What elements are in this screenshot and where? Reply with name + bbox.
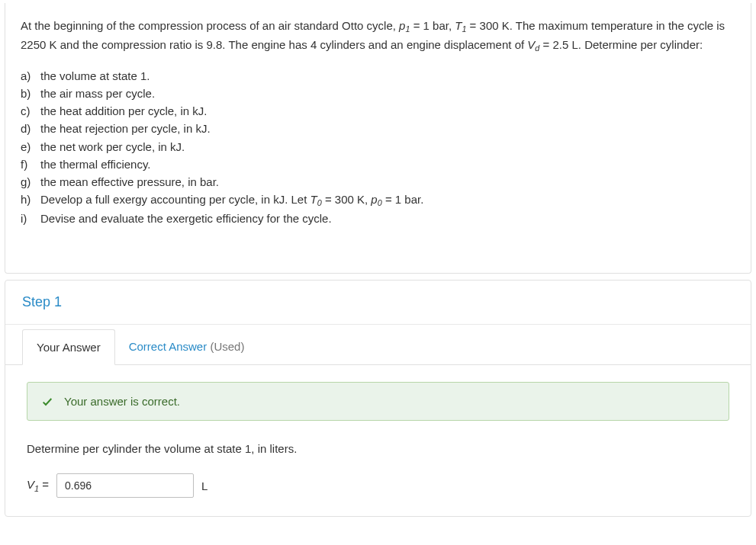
item-label: h) [21, 191, 40, 210]
item-label: c) [21, 102, 40, 120]
list-item: e)the net work per cycle, in kJ. [21, 138, 735, 155]
item-label: g) [21, 173, 40, 191]
list-item: i)Devise and evaluate the exergetic effi… [21, 210, 735, 227]
answer-unit: L [201, 479, 207, 492]
question-panel: At the beginning of the compression proc… [5, 3, 751, 274]
item-text: the mean effective pressure, in bar. [40, 173, 219, 191]
item-text: the volume at state 1. [40, 67, 150, 85]
item-text: the thermal efficiency. [40, 155, 151, 173]
answer-eq: = [39, 478, 49, 491]
list-item: a)the volume at state 1. [21, 67, 735, 85]
intro-text: At the beginning of the compression proc… [21, 19, 399, 32]
step-title: Step 1 [5, 281, 751, 325]
item-label: f) [21, 155, 40, 173]
list-item: g)the mean effective pressure, in bar. [21, 173, 735, 191]
item-text: the heat addition per cycle, in kJ. [40, 102, 207, 120]
p0-val: = 1 bar. [382, 193, 424, 206]
item-label: d) [21, 120, 40, 137]
tabs: Your Answer Correct Answer (Used) [5, 329, 751, 365]
item-text: the heat rejection per cycle, in kJ. [40, 120, 211, 137]
item-label: e) [21, 138, 40, 155]
item-label: a) [21, 67, 40, 85]
vd-var: V [527, 38, 535, 51]
item-text: Devise and evaluate the exergetic effici… [40, 210, 332, 227]
feedback-text: Your answer is correct. [64, 395, 180, 408]
item-label: i) [21, 210, 40, 227]
p0-var: p [371, 193, 377, 206]
item-label: b) [21, 85, 40, 102]
answer-row: V1 = L [27, 473, 729, 498]
tab-your-answer[interactable]: Your Answer [22, 329, 115, 365]
ih-pre: Develop a full exergy accounting per cyc… [40, 193, 310, 206]
t0-val: = 300 K, [322, 193, 372, 206]
tab-body: Your answer is correct. Determine per cy… [5, 365, 751, 516]
list-item: h) Develop a full exergy accounting per … [21, 191, 735, 210]
list-item: f)the thermal efficiency. [21, 155, 735, 173]
item-text: the net work per cycle, in kJ. [40, 138, 185, 155]
list-item: c)the heat addition per cycle, in kJ. [21, 102, 735, 120]
answer-var-label: V1 = [27, 478, 49, 493]
step-prompt: Determine per cylinder the volume at sta… [27, 442, 729, 455]
tab-correct-answer[interactable]: Correct Answer (Used) [115, 329, 259, 365]
answer-var: V [27, 478, 34, 491]
tab-used-label: (Used) [207, 340, 244, 353]
item-text: the air mass per cycle. [40, 85, 155, 102]
answer-input[interactable] [56, 473, 194, 498]
list-item: b)the air mass per cycle. [21, 85, 735, 102]
feedback-banner: Your answer is correct. [27, 382, 729, 421]
t0-var: T [310, 193, 317, 206]
check-icon [41, 396, 53, 408]
tab-correct-label: Correct Answer [129, 340, 207, 353]
step-panel: Step 1 Your Answer Correct Answer (Used)… [5, 280, 751, 517]
p1-val: = 1 bar, [410, 19, 455, 32]
question-list: a)the volume at state 1. b)the air mass … [21, 67, 735, 228]
list-item: d)the heat rejection per cycle, in kJ. [21, 120, 735, 137]
vd-val: = 2.5 L. Determine per cylinder: [539, 38, 703, 51]
question-intro: At the beginning of the compression proc… [21, 17, 735, 55]
item-text: Develop a full exergy accounting per cyc… [40, 191, 423, 210]
